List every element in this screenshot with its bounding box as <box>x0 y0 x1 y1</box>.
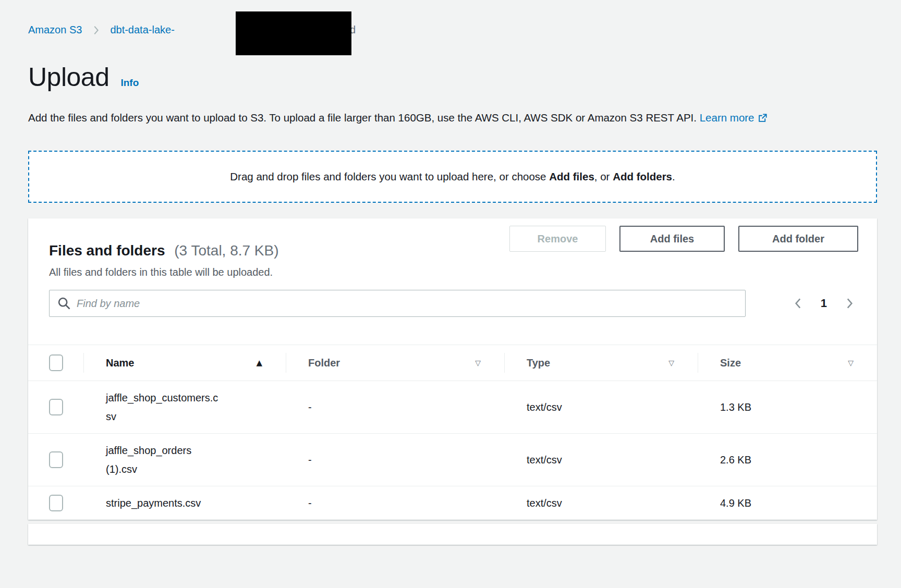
panel-subtitle: All files and folders in this table will… <box>49 266 856 278</box>
search-box <box>49 290 746 317</box>
file-name: jaffle_shop_orders (1).csv <box>106 441 221 479</box>
sort-unsorted-icon: ▽ <box>475 359 481 367</box>
row-checkbox[interactable] <box>49 399 63 415</box>
file-type: text/csv <box>504 450 698 469</box>
file-size: 2.6 KB <box>698 450 877 469</box>
column-label: Folder <box>308 357 340 369</box>
file-type: text/csv <box>504 398 698 416</box>
column-label: Type <box>527 357 550 369</box>
file-folder: - <box>286 450 504 469</box>
sort-ascending-icon: ▲ <box>256 358 262 368</box>
file-name: jaffle_shop_customers.csv <box>106 388 221 426</box>
table-row: stripe_payments.csv - text/csv 4.9 KB <box>28 486 877 520</box>
file-folder: - <box>286 494 504 512</box>
row-checkbox[interactable] <box>49 451 63 468</box>
add-files-button[interactable]: Add files <box>619 226 725 252</box>
pagination: 1 <box>792 297 856 310</box>
info-link[interactable]: Info <box>120 77 139 89</box>
column-header-name[interactable]: Name ▲ <box>83 345 286 381</box>
page-description: Add the files and folders you want to up… <box>28 108 873 129</box>
breadcrumb-bucket[interactable]: dbt-data-lake- <box>110 24 174 36</box>
redacted-bucket-name <box>236 11 351 55</box>
panel-title: Files and folders <box>49 242 165 259</box>
table-body: jaffle_shop_customers.csv - text/csv 1.3… <box>28 381 877 520</box>
column-header-size[interactable]: Size ▽ <box>698 345 877 381</box>
next-panel-edge <box>28 524 877 545</box>
page-title: Upload <box>28 62 109 92</box>
next-page-icon[interactable] <box>843 297 856 310</box>
breadcrumb-amazon-s3[interactable]: Amazon S3 <box>28 24 82 36</box>
learn-more-link[interactable]: Learn more <box>700 112 754 124</box>
chevron-right-icon <box>90 24 102 36</box>
panel-heading: Files and folders (3 Total, 8.7 KB) <box>49 226 279 259</box>
row-checkbox[interactable] <box>49 495 63 511</box>
remove-button[interactable]: Remove <box>509 226 606 252</box>
search-input[interactable] <box>77 290 738 316</box>
external-link-icon <box>758 109 768 129</box>
table-row: jaffle_shop_orders (1).csv - text/csv 2.… <box>28 434 877 486</box>
search-icon <box>57 296 71 311</box>
previous-page-icon[interactable] <box>792 297 805 310</box>
description-text: Add the files and folders you want to up… <box>28 112 697 124</box>
column-label: Name <box>106 357 134 369</box>
table-header: Name ▲ Folder ▽ Type ▽ Size ▽ <box>28 345 877 381</box>
s3-upload-page: Amazon S3 dbt-data-lake- Upload Upload I… <box>0 0 901 588</box>
column-label: Size <box>720 357 741 369</box>
add-folder-button[interactable]: Add folder <box>738 226 858 252</box>
sort-unsorted-icon: ▽ <box>668 359 674 367</box>
file-size: 1.3 KB <box>698 398 877 416</box>
current-page-number[interactable]: 1 <box>821 297 827 310</box>
table-row: jaffle_shop_customers.csv - text/csv 1.3… <box>28 381 877 434</box>
panel-count: (3 Total, 8.7 KB) <box>174 242 278 259</box>
dropzone-text: Drag and drop files and folders you want… <box>230 170 675 183</box>
column-header-type[interactable]: Type ▽ <box>504 345 698 381</box>
files-and-folders-panel: Files and folders (3 Total, 8.7 KB) Remo… <box>28 218 877 520</box>
sort-unsorted-icon: ▽ <box>848 359 854 367</box>
file-size: 4.9 KB <box>698 494 877 512</box>
files-table: Name ▲ Folder ▽ Type ▽ Size ▽ <box>28 345 877 520</box>
drag-drop-zone[interactable]: Drag and drop files and folders you want… <box>28 151 877 203</box>
column-header-folder[interactable]: Folder ▽ <box>286 345 504 381</box>
file-name: stripe_payments.csv <box>106 494 221 512</box>
breadcrumb: Amazon S3 dbt-data-lake- Upload <box>28 0 877 36</box>
file-folder: - <box>286 398 504 416</box>
select-all-checkbox[interactable] <box>49 354 63 371</box>
file-type: text/csv <box>504 494 698 512</box>
